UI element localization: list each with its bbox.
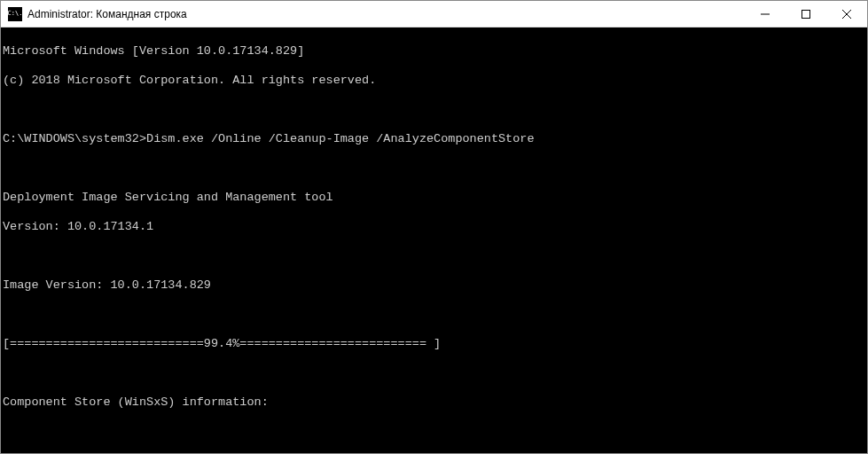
- window-controls: [745, 1, 867, 27]
- prompt-command-line: C:\WINDOWS\system32>Dism.exe /Online /Cl…: [3, 132, 865, 147]
- minimize-icon: [761, 10, 770, 19]
- command-prompt-window: C:\. Administrator: Командная строка Mic…: [0, 0, 868, 454]
- svg-rect-0: [802, 10, 810, 18]
- minimize-button[interactable]: [745, 1, 786, 27]
- cmd-icon: C:\.: [8, 7, 22, 21]
- window-title: Administrator: Командная строка: [27, 8, 745, 20]
- maximize-button[interactable]: [786, 1, 826, 27]
- dism-tool-line: Deployment Image Servicing and Managemen…: [3, 191, 865, 206]
- blank-line: [3, 161, 865, 176]
- version-line: Microsoft Windows [Version 10.0.17134.82…: [3, 44, 865, 59]
- titlebar[interactable]: C:\. Administrator: Командная строка: [1, 1, 867, 27]
- close-icon: [842, 10, 851, 19]
- maximize-icon: [802, 10, 810, 19]
- blank-line: [3, 308, 865, 323]
- progress-bar-line: [===========================99.4%=======…: [3, 337, 865, 352]
- close-button[interactable]: [826, 1, 867, 27]
- prompt-path: C:\WINDOWS\system32>: [3, 132, 146, 145]
- dism-version-line: Version: 10.0.17134.1: [3, 220, 865, 235]
- copyright-line: (c) 2018 Microsoft Corporation. All righ…: [3, 74, 865, 89]
- image-version-line: Image Version: 10.0.17134.829: [3, 278, 865, 294]
- blank-line: [3, 366, 865, 381]
- blank-line: [3, 103, 865, 118]
- cmd-icon-glyph: C:\.: [8, 11, 23, 17]
- blank-line: [3, 249, 865, 264]
- cs-info-header: Component Store (WinSxS) information:: [3, 395, 865, 411]
- blank-line: [3, 425, 865, 440]
- command-text: Dism.exe /Online /Cleanup-Image /Analyze…: [146, 132, 534, 145]
- terminal-output[interactable]: Microsoft Windows [Version 10.0.17134.82…: [1, 27, 867, 453]
